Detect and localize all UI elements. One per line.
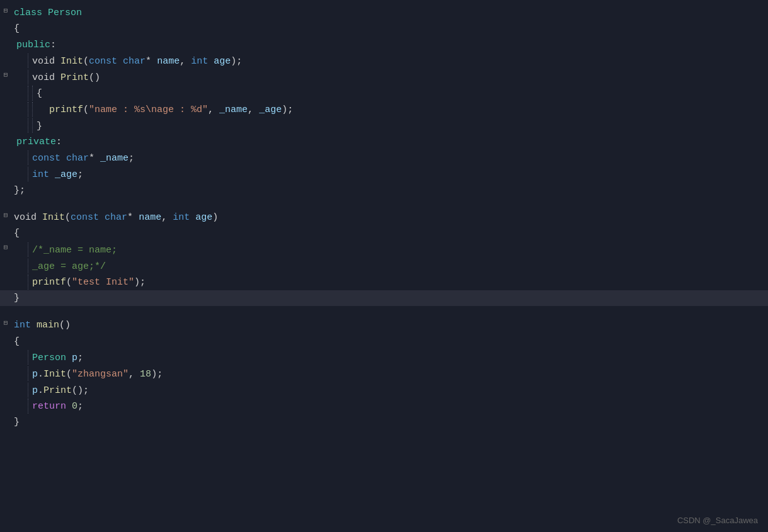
- section-divider-2: [0, 306, 768, 317]
- line-return-0: return 0;: [0, 398, 768, 414]
- section-divider-1: [0, 198, 768, 210]
- line-public: public:: [0, 37, 768, 53]
- line-open-brace-2: {: [0, 225, 768, 241]
- fold-icon-print[interactable]: ⊟: [0, 70, 11, 81]
- line-int-main-def: ⊟ int main(): [0, 317, 768, 333]
- fold-icon-init[interactable]: ⊟: [0, 210, 11, 221]
- line-close-brace-semi: };: [0, 183, 768, 198]
- line-int-age: int _age;: [0, 166, 768, 183]
- line-age-assign: _age = age;*/: [0, 258, 768, 274]
- code-editor: ⊟ class Person { public: void Init(const…: [0, 0, 768, 532]
- line-private: private:: [0, 134, 768, 150]
- line-close-brace-2: }: [0, 290, 768, 306]
- line-open-brace-1: {: [0, 85, 768, 101]
- fold-icon-main[interactable]: ⊟: [0, 318, 11, 329]
- line-printf-call: printf("name : %s\nage : %d", _name, _ag…: [0, 101, 768, 118]
- line-class-decl: ⊟ class Person: [0, 5, 768, 21]
- line-close-brace-3: }: [0, 414, 768, 430]
- fold-icon-class[interactable]: ⊟: [0, 6, 11, 16]
- line-const-name: const char* _name;: [0, 150, 768, 166]
- line-printf-test: printf("test Init");: [0, 274, 768, 290]
- line-p-init: p.Init("zhangsan", 18);: [0, 366, 768, 382]
- line-void-init-decl: void Init(const char* name, int age);: [0, 53, 768, 69]
- line-p-print: p.Print();: [0, 382, 768, 399]
- line-void-print-decl: ⊟ void Print(): [0, 69, 768, 86]
- line-void-init-def: ⊟ void Init(const char* name, int age): [0, 210, 768, 225]
- line-comment-name: ⊟ /*_name = name;: [0, 242, 768, 258]
- line-open-brace-3: {: [0, 334, 768, 349]
- fold-icon-comment[interactable]: ⊟: [0, 242, 11, 253]
- watermark: CSDN @_SacaJawea: [677, 514, 758, 527]
- line-open-brace-0: {: [0, 21, 768, 37]
- line-person-p: Person p;: [0, 349, 768, 366]
- line-close-brace-1: }: [0, 118, 768, 134]
